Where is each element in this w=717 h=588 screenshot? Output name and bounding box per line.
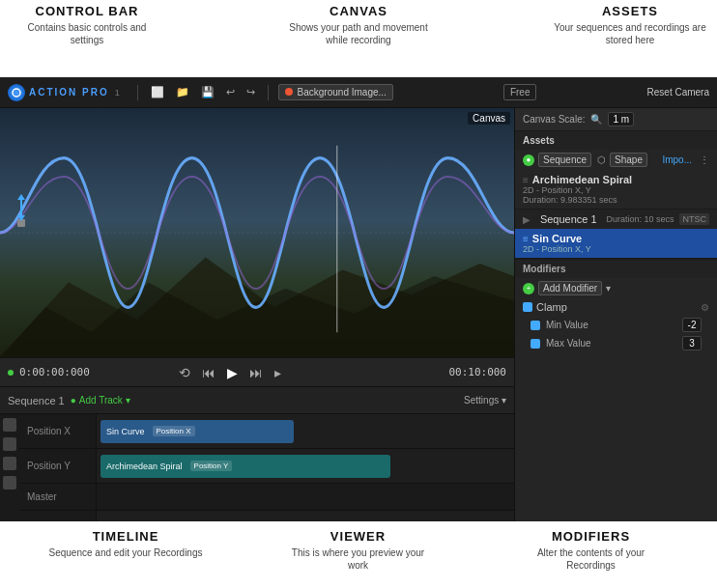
save-btn[interactable]: 💾 xyxy=(198,84,217,100)
active-track-sin-curve[interactable]: ≡ Sin Curve 2D - Position X, Y xyxy=(515,229,717,259)
viewer-timeline-split: Canvas 0:00:00:000 ⟲ ⏮ ▶ ⏭ xyxy=(0,108,514,521)
track-label-master: Master xyxy=(19,484,96,511)
clip-sin-curve[interactable]: Sin Curve Position X xyxy=(100,420,294,443)
clamp-name: Clamp xyxy=(536,301,567,313)
clamp-min-label: Min Value xyxy=(546,320,588,330)
clamp-enabled-checkbox[interactable] xyxy=(523,302,532,312)
time-end: 00:10:000 xyxy=(448,366,506,378)
track-row-positionx: Sin Curve Position X xyxy=(97,414,514,449)
sequence-name: Sequence 1 xyxy=(8,395,65,406)
clip-tag-positiony: Position Y xyxy=(190,461,233,471)
tool-select[interactable] xyxy=(3,418,16,432)
add-track-button[interactable]: ● Add Track ▾ xyxy=(71,395,130,406)
add-modifier-button[interactable]: Add Modifier xyxy=(538,281,602,295)
import-button[interactable]: Impo... xyxy=(662,154,692,165)
wave-path-svg xyxy=(0,108,514,357)
modifiers-section: Modifiers + Add Modifier ▾ Clamp ⚙ M xyxy=(515,260,717,521)
sequence-bar: Sequence 1 ● Add Track ▾ Settings ▾ xyxy=(0,387,514,414)
annotation-control-bar: CONTROL BAR Contains basic controls and … xyxy=(10,4,164,73)
modifiers-header: Modifiers xyxy=(515,260,717,278)
add-modifier-row: + Add Modifier ▾ xyxy=(515,278,717,298)
new-btn[interactable]: ⬜ xyxy=(148,84,167,100)
sequence-dropdown[interactable]: Sequence xyxy=(538,153,591,167)
annotation-canvas: CANVAS Shows your path and movement whil… xyxy=(281,4,436,73)
track-label-positiony: Position Y xyxy=(19,449,96,484)
background-image-button[interactable]: Background Image... xyxy=(278,84,393,100)
settings-button[interactable]: Settings ▾ xyxy=(464,395,506,406)
spiral-duration: Duration: 9.983351 secs xyxy=(523,195,709,205)
reset-camera-button[interactable]: Reset Camera xyxy=(647,87,709,98)
add-modifier-icon: + xyxy=(523,283,534,294)
settings-chevron: ▾ xyxy=(502,395,506,406)
timeline-tools xyxy=(0,414,19,521)
clip-archimedean[interactable]: Archimedean Spiral Position Y xyxy=(100,455,390,478)
play-pause-button[interactable]: ▶ xyxy=(223,363,242,382)
sequence1-name: Sequence 1 xyxy=(540,213,597,225)
track-content: Sin Curve Position X Archimedean Spiral … xyxy=(97,414,514,521)
shape-icon: ⬡ xyxy=(597,154,606,165)
step-forward-button[interactable]: ⏭ xyxy=(245,363,267,382)
clamp-max-row: Max Value 3 xyxy=(523,334,709,352)
annotation-assets: ASSETS Your sequences and recordings are… xyxy=(553,4,707,73)
character-figure xyxy=(17,198,25,227)
annotation-timeline: TIMELINE Sequence and edit your Recordin… xyxy=(49,529,203,581)
add-modifier-arrow: ▾ xyxy=(606,283,611,294)
position-indicator xyxy=(20,198,22,217)
viewer: Canvas xyxy=(0,108,514,357)
main-content: Canvas 0:00:00:000 ⟲ ⏮ ▶ ⏭ xyxy=(0,108,717,521)
record-dot xyxy=(285,88,293,96)
loop-button[interactable]: ⟲ xyxy=(175,363,194,382)
tool-link[interactable] xyxy=(3,476,16,490)
separator-2 xyxy=(268,85,269,100)
logo-icon xyxy=(8,84,25,101)
tool-pen[interactable] xyxy=(3,437,16,451)
clamp-max-value[interactable]: 3 xyxy=(682,336,702,350)
canvas-scale-value[interactable]: 1 m xyxy=(608,112,634,126)
shape-dropdown[interactable]: Shape xyxy=(610,153,647,167)
sin-curve-sub: 2D - Position X, Y xyxy=(523,244,709,254)
redo-btn[interactable]: ↪ xyxy=(244,84,258,100)
open-btn[interactable]: 📁 xyxy=(173,84,192,100)
clamp-min-row: Min Value -2 xyxy=(523,316,709,334)
clip-tag-positionx: Position X xyxy=(153,426,195,436)
step-back-button[interactable]: ⏮ xyxy=(198,363,219,382)
clamp-max-checkbox[interactable] xyxy=(531,339,540,349)
time-current: 0:00:00:000 xyxy=(19,366,90,378)
undo-btn[interactable]: ↩ xyxy=(223,84,238,100)
add-track-plus-icon: ● xyxy=(71,395,76,406)
modifier-clamp: Clamp ⚙ Min Value -2 Max Value 3 xyxy=(515,298,717,355)
control-bar: ACTION PRO 1 ⬜ 📁 💾 ↩ ↪ Background Image.… xyxy=(0,77,717,108)
sequence1-header: ▶ Sequence 1 Duration: 10 secs NTSC xyxy=(515,210,717,229)
spiral-item-row: ≡ Archimedean Spiral xyxy=(523,174,709,185)
spiral-name: Archimedean Spiral xyxy=(532,174,632,185)
sequence1-duration: Duration: 10 secs xyxy=(607,214,674,224)
right-panel: Canvas Scale: 🔍 1 m Assets ● Sequence ⬡ … xyxy=(514,108,717,521)
ntsc-badge: NTSC xyxy=(679,213,709,225)
app-name-label: ACTION PRO xyxy=(29,87,109,98)
canvas-label: Canvas xyxy=(468,112,510,125)
assets-more-button[interactable]: ⋮ xyxy=(700,154,709,165)
clamp-settings-icon[interactable]: ⚙ xyxy=(701,302,709,313)
clamp-min-value[interactable]: -2 xyxy=(682,318,702,332)
track-row-positiony: Archimedean Spiral Position Y xyxy=(97,449,514,484)
track-labels: Position X Position Y Master xyxy=(19,414,97,521)
asset-item-spiral[interactable]: ≡ Archimedean Spiral 2D - Position X, Y … xyxy=(515,170,717,210)
track-label-positionx: Position X xyxy=(19,414,96,449)
extra-btn[interactable]: ▸ xyxy=(271,363,285,382)
spiral-icon: ≡ xyxy=(523,175,529,185)
tool-cut[interactable] xyxy=(3,457,16,470)
app-container: ACTION PRO 1 ⬜ 📁 💾 ↩ ↪ Background Image.… xyxy=(0,77,717,521)
separator-1 xyxy=(137,85,138,100)
canvas-scale-row: Canvas Scale: 🔍 1 m xyxy=(515,108,717,131)
track-container: Position X Position Y Master Sin Curve P… xyxy=(0,414,514,521)
clamp-min-checkbox[interactable] xyxy=(531,321,540,330)
track-row-master xyxy=(97,484,514,511)
free-label: Free xyxy=(503,84,537,100)
assets-header: Assets xyxy=(515,131,717,150)
timeline-area: 0:00:00:000 ⟲ ⏮ ▶ ⏭ ▸ 00:10:000 xyxy=(0,357,514,521)
sequence1-icon: ▶ xyxy=(523,214,531,225)
clamp-header: Clamp ⚙ xyxy=(523,301,709,313)
bottom-annotations: TIMELINE Sequence and edit your Recordin… xyxy=(0,521,717,588)
sin-curve-row: ≡ Sin Curve xyxy=(523,233,709,244)
sin-curve-name: Sin Curve xyxy=(532,233,582,244)
